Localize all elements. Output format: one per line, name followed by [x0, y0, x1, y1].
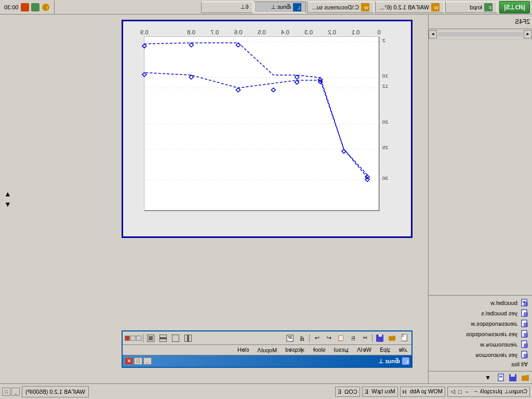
menu-tools[interactable]: slooⱡ [309, 345, 329, 354]
taskbar: |∂Iɔ⊥S| F knpd W WAIΓAB 1.2.0 (6°... W C… [0, 0, 532, 15]
file-icon-5 [520, 351, 528, 359]
status-label-3: COΩ [344, 389, 357, 395]
taskbar-icon-3: L [294, 3, 302, 11]
file-icon-4 [520, 340, 528, 349]
app-titlebar: L ιƃnuε ⊥ _ □ ✕ [123, 355, 411, 367]
taskbar-item-4[interactable]: 6⊥ [202, 2, 254, 13]
file-icon-3 [520, 330, 528, 338]
nav-e[interactable]: E [365, 389, 368, 395]
sidebar-item-label-4: ɹieuεnoɯoᴚ.w [480, 341, 517, 348]
app-tb-paste[interactable]: 📋 [335, 333, 347, 343]
svg-text:20: 20 [382, 119, 388, 125]
app-title-text: ιƃnuε ⊥ [378, 358, 400, 365]
sidebar-item-3[interactable]: yes ɹieuεsᴚnoqsqos [431, 329, 530, 339]
menu-file[interactable]: ɹIlɐ [394, 345, 412, 354]
menu-edit[interactable]: ʇlpƎ [376, 345, 394, 354]
chart-scroll-arrows[interactable]: ▲ ▼ [4, 190, 11, 208]
sidebar-item-label-1: yes buucibel.s [481, 310, 517, 316]
svg-text:0.2: 0.2 [328, 29, 336, 35]
layout-btn-1[interactable] [182, 333, 194, 343]
layout-btn-4[interactable] [145, 333, 156, 343]
menu-help[interactable]: εlǝH [233, 345, 253, 354]
app-tb-print[interactable]: 🖨 [296, 333, 308, 343]
sidebar-item-label-2: ɹieuεsᴚnoqsqos.w [471, 321, 517, 327]
app-tb-redo[interactable]: ↪ [311, 333, 323, 343]
file-icon-1 [520, 309, 528, 317]
sidebar-btn-2[interactable] [507, 372, 518, 383]
sidebar-content [429, 39, 532, 295]
bottom-restore[interactable]: □ [2, 388, 10, 396]
sidebar-header: 2F4S [429, 15, 532, 29]
svg-text:0.4: 0.4 [281, 29, 289, 35]
bottom-minimize[interactable]: _ [11, 388, 20, 396]
app-tb-open[interactable] [386, 333, 397, 343]
sidebar-item-5[interactable]: yes ɹieuεnoɯoᴚ [431, 350, 530, 360]
save-doc-icon [376, 334, 384, 342]
status-item-3: COΩ E [335, 387, 360, 397]
menu-view[interactable]: WɐIΛ [353, 345, 376, 354]
sidebar-btn-arrow[interactable]: ▼ [482, 372, 494, 383]
content-area: 0 0.1 0.2 0.3 0.4 0.5 0.6 0.7 0.8 0.9 2 … [0, 15, 428, 383]
sidebar-btn-3[interactable] [495, 372, 506, 383]
nav-sq-1[interactable]: □ [458, 389, 462, 395]
svg-text:0: 0 [378, 29, 381, 35]
main-area: 2F4S ◄ ► buucibel.w yes buucibel.s ɹieuε… [0, 15, 532, 383]
menu-insert[interactable]: ʇɹεsuI [330, 345, 353, 354]
nav-e2[interactable]: E [338, 389, 341, 395]
svg-rect-29 [511, 374, 515, 377]
start-button[interactable]: |∂Iɔ⊥S| [499, 1, 530, 14]
sidebar-item-4[interactable]: ɹieuεnoɯoᴚ.w [431, 339, 530, 350]
sidebar-item-label-0: buucibel.w [490, 300, 517, 306]
layout-btn-3[interactable] [157, 333, 169, 343]
taskbar-icon-0: F [484, 3, 493, 11]
close-dots[interactable] [125, 336, 130, 341]
nav-tri[interactable]: ▷ [451, 388, 455, 395]
svg-rect-85 [159, 335, 167, 338]
minimize-dots[interactable] [136, 336, 141, 341]
app-tb-cut[interactable]: ✂ [359, 333, 370, 343]
nav-arrow[interactable]: ← [464, 389, 470, 395]
scroll-up-arrow[interactable]: ▲ [4, 190, 11, 198]
app-inner-toolbar: ✂ ⎘ 📋 ↩ ↪ 🖨 [123, 331, 411, 345]
nav-h[interactable]: H [403, 389, 407, 395]
svg-point-8 [42, 4, 49, 11]
maximize-dots[interactable] [130, 336, 136, 341]
sidebar-item-0[interactable]: buucibel.w [431, 298, 530, 308]
taskbar-item-1[interactable]: W WAIΓAB 1.2.0 (6°... [375, 2, 444, 13]
menu-window[interactable]: MopuIΛ [253, 346, 281, 354]
taskbar-label-0: knpd [470, 4, 482, 10]
file-icon-0 [520, 299, 528, 307]
taskbar-item-0[interactable]: F knpd [445, 2, 497, 13]
app-maximize-btn[interactable]: □ [134, 357, 142, 365]
sidebar-items-list: buucibel.w yes buucibel.s ɹieuεsᴚnoqsqos… [429, 295, 532, 371]
chart-inner: 0 0.1 0.2 0.3 0.4 0.5 0.6 0.7 0.8 0.9 2 … [128, 26, 406, 231]
matlab-btn[interactable]: WAIΓAB 1.2.0 (B500IP) [22, 386, 89, 397]
sidebar-item-label-3: yes ɹieuεsᴚnoqsqos [466, 331, 517, 338]
app-minimize-btn[interactable]: _ [143, 357, 152, 365]
app-tb-save[interactable] [374, 333, 385, 343]
sidebar-btn-1[interactable] [520, 372, 531, 383]
app-tb-preview[interactable] [284, 333, 296, 343]
chart-container: 0 0.1 0.2 0.3 0.4 0.5 0.6 0.7 0.8 0.9 2 … [122, 20, 413, 238]
scroll-left-btn[interactable]: ◄ [524, 30, 532, 38]
all-list-item[interactable]: ∀ll liss [431, 360, 530, 369]
layout-btn-2[interactable] [170, 333, 181, 343]
menu-desktop[interactable]: ʞloʇsɐd [281, 345, 309, 354]
systray-icon-1: ! [42, 3, 50, 11]
layout-icon-3 [159, 335, 167, 342]
status-label-0: Cnuʇεu⊥ pIɹεɔʇolλ ← [473, 388, 527, 395]
sidebar-item-2[interactable]: ɹieuεsᴚnoqsqos.w [431, 318, 530, 329]
scroll-down-arrow[interactable]: ▼ [4, 200, 11, 208]
taskbar-item-3[interactable]: L ιƃnuε ⊥ [255, 2, 307, 13]
app-tb-undo[interactable]: ↩ [323, 333, 335, 343]
taskbar-item-2[interactable]: W C:\Documeus su... [308, 2, 374, 13]
svg-rect-81 [289, 338, 292, 339]
app-tb-copy[interactable]: ⎘ [347, 333, 358, 343]
matlab-taskbar: WAIΓAB 1.2.0 (B500IP) _ □ [2, 386, 89, 397]
sidebar-scroll: ◄ ► [429, 29, 532, 39]
scroll-right-btn[interactable]: ► [429, 30, 437, 38]
app-close-btn[interactable]: ✕ [125, 357, 133, 365]
app-menubar: ɹIlɐ ʇlpƎ WɐIΛ ʇɹεsuI slooⱡ ʞloʇsɐd Mopu… [123, 345, 411, 355]
sidebar-item-1[interactable]: yes buucibel.s [431, 308, 530, 318]
app-tb-new[interactable] [398, 333, 409, 343]
